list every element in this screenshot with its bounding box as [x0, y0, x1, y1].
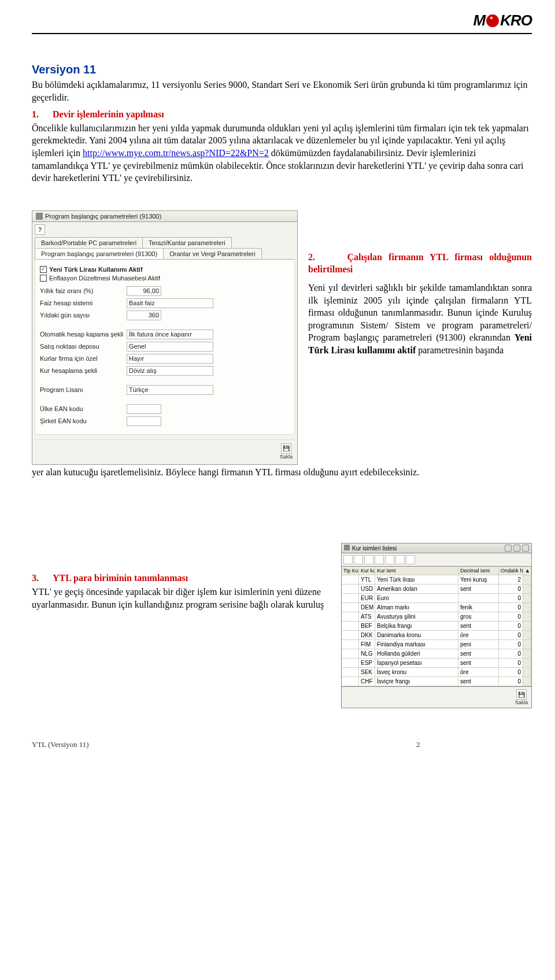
form-row: Ülke EAN kodu	[40, 404, 290, 414]
dialog-title: Program başlangıç parametreleri (91300)	[45, 213, 161, 220]
scrollbar-track[interactable]	[523, 575, 531, 584]
chk-enflasyon-label: Enflasyon Düzeltmesi Muhasebesi Aktif	[49, 275, 160, 282]
footer-left: YTL (Versiyon 11)	[32, 740, 416, 749]
scrollbar-track[interactable]	[523, 594, 531, 602]
cell-dec: sent	[458, 659, 499, 667]
dialog-titlebar[interactable]: Program başlangıç parametreleri (91300)	[32, 210, 298, 222]
field-value[interactable]: Genel	[127, 342, 213, 352]
sec3-title: YTL para biriminin tanımlanması	[53, 573, 188, 583]
grid-header: Tip Kodu Kur kod Kur ismi Decimal ismi O…	[342, 567, 531, 575]
field-value[interactable]: Türkçe	[127, 385, 213, 395]
kur-save-label: Sakla	[514, 700, 529, 705]
cell-dec: fenik	[458, 603, 499, 612]
cell-han: 0	[499, 603, 523, 612]
maximize-icon[interactable]	[513, 545, 520, 552]
cell-han: 0	[499, 585, 523, 593]
kur-toolbar	[341, 553, 532, 567]
minimize-icon[interactable]	[505, 545, 512, 552]
sec2-body-a: Yeni yıl devirleri sağlıklı bir şekilde …	[308, 282, 532, 357]
tab-oranlar[interactable]: Oranlar ve Vergi Parametreleri	[163, 248, 262, 259]
field-value[interactable]	[127, 416, 161, 426]
scrollbar-track[interactable]	[523, 612, 531, 621]
scrollbar-track[interactable]	[523, 649, 531, 658]
scrollbar-track[interactable]	[523, 659, 531, 667]
cell-tip	[342, 668, 359, 676]
scrollbar-track[interactable]	[523, 631, 531, 639]
cell-kur: USD	[359, 585, 375, 593]
field-value[interactable]: Basit faiz	[127, 298, 213, 308]
cell-name: İsveç kronu	[375, 668, 458, 676]
form-row: Şirket EAN kodu	[40, 416, 290, 426]
cell-dec	[458, 594, 499, 602]
toolbar-icon[interactable]	[385, 555, 394, 564]
table-row[interactable]: CHFİsviçre frangısent0	[342, 677, 531, 686]
col-tip: Tip Kodu	[342, 567, 359, 575]
field-value[interactable]: Döviz alış	[127, 366, 213, 376]
sec3-body: YTL' ye geçiş öncesinde yapılacak bir di…	[32, 586, 330, 611]
field-label: Otomatik hesap kapama şekli	[40, 331, 127, 338]
close-icon[interactable]	[522, 545, 529, 552]
scrollbar-track[interactable]	[523, 603, 531, 612]
scrollbar-track[interactable]	[523, 640, 531, 649]
scrollbar-track[interactable]	[523, 622, 531, 630]
field-value[interactable]: 96,00	[127, 286, 161, 296]
cell-name: Yeni Türk lirası	[375, 575, 458, 584]
sec2-after: yer alan kutucuğu işaretlemelisiniz. Böy…	[32, 466, 532, 479]
kur-save-button[interactable]: 💾 Sakla	[514, 689, 529, 705]
header: M KRO	[32, 12, 532, 29]
chk-ytl-aktif[interactable]	[40, 266, 47, 273]
field-value[interactable]: 360	[127, 310, 161, 320]
cell-kur: EUR	[359, 594, 375, 602]
chk-enflasyon[interactable]	[40, 275, 47, 282]
cell-name: Alman markı	[375, 603, 458, 612]
toolbar-icon[interactable]	[354, 555, 363, 564]
cell-tip	[342, 612, 359, 621]
table-row[interactable]: ESPİspanyol pesetasısent0	[342, 659, 531, 668]
table-row[interactable]: SEKİsveç kronuöre0	[342, 668, 531, 677]
table-row[interactable]: EUREuro0	[342, 594, 531, 603]
cell-name: Hollanda güilderi	[375, 649, 458, 658]
cell-tip	[342, 575, 359, 584]
col-dec: Decimal ismi	[458, 567, 499, 575]
table-row[interactable]: ATSAvusturya şilinigros0	[342, 612, 531, 622]
field-value[interactable]	[127, 404, 161, 414]
cell-name: İsviçre frangı	[375, 677, 458, 686]
table-row[interactable]: DKKDanimarka kronuöre0	[342, 631, 531, 640]
cell-kur: YTL	[359, 575, 375, 584]
kur-titlebar[interactable]: Kur isimleri listesi	[341, 543, 532, 553]
cell-kur: DEM	[359, 603, 375, 612]
news-link[interactable]: http://www.mye.com.tr/news.asp?NID=22&PN…	[83, 148, 269, 158]
table-row[interactable]: DEMAlman markıfenik0	[342, 603, 531, 612]
table-row[interactable]: NLGHollanda güilderisent0	[342, 649, 531, 659]
form-row: Yıldaki gün sayısı360	[40, 310, 290, 320]
field-value[interactable]: İlk fatura önce kapanır	[127, 330, 213, 339]
toolbar-icon[interactable]	[406, 555, 415, 564]
table-row[interactable]: YTLYeni Türk lirasıYeni kuruş2	[342, 575, 531, 585]
scrollbar-track[interactable]	[523, 585, 531, 593]
field-label: Faiz hesap sistemi	[40, 299, 127, 306]
table-row[interactable]: BEFBelçika frangısent0	[342, 622, 531, 631]
cell-han: 0	[499, 631, 523, 639]
intro-paragraph: Bu bölümdeki açıklamalarımız, 11 versiyo…	[32, 79, 532, 103]
toolbar-icon[interactable]	[343, 555, 353, 564]
sec1-num: 1.	[32, 109, 39, 119]
sec3-num: 3.	[32, 573, 39, 583]
save-button[interactable]: 💾 Sakla	[279, 443, 294, 460]
field-label: Kur hesaplama şekli	[40, 367, 127, 374]
toolbar-icon[interactable]	[375, 555, 384, 564]
help-icon[interactable]: ?	[35, 224, 45, 235]
cell-name: Belçika frangı	[375, 622, 458, 630]
tab-terazi[interactable]: Terazi/Kantar parametreleri	[142, 237, 232, 248]
scrollbar-track[interactable]	[523, 677, 531, 686]
scrollbar-track[interactable]	[523, 668, 531, 676]
toolbar-icon[interactable]	[395, 555, 405, 564]
tab-barkod[interactable]: Barkod/Portable PC parametreleri	[35, 237, 143, 248]
table-row[interactable]: USDAmerikan dolarısent0	[342, 585, 531, 594]
toolbar-icon[interactable]	[364, 555, 373, 564]
table-row[interactable]: FIMFinlandiya markasıpeni0	[342, 640, 531, 649]
field-value[interactable]: Hayır	[127, 354, 213, 364]
logo-text-right: KRO	[500, 12, 532, 29]
cell-tip	[342, 622, 359, 630]
page-title: Versiyon 11	[32, 63, 532, 76]
tab-program-baslangic[interactable]: Program başlangıç parametreleri (91300)	[35, 248, 164, 259]
